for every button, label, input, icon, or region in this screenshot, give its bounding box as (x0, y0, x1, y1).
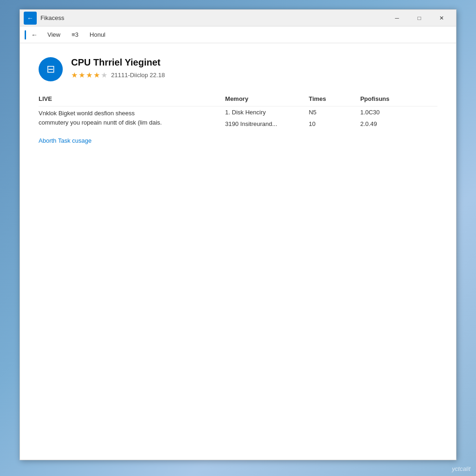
main-window: ← Fikacess ─ □ ✕ ← View ≡3 Honul ⊟ CPU T… (20, 9, 456, 460)
title-bar: ← Fikacess ─ □ ✕ (20, 10, 456, 26)
window-title: Fikacess (40, 14, 386, 21)
window-controls: ─ □ ✕ (386, 11, 452, 26)
title-bar-back-icon: ← (27, 14, 33, 22)
star-5-empty: ★ (101, 71, 107, 79)
table-row: Vnklok Bigket wonld desfion sheess commu… (39, 106, 437, 119)
minimize-button[interactable]: ─ (386, 11, 408, 26)
info-table: LIVE Memory Times Ppofisuns Vnklok Bigke… (39, 93, 437, 130)
menu-item-view[interactable]: View (43, 29, 65, 40)
app-version: 21111-Diiclop 22.18 (111, 72, 165, 79)
col-header-profisuns: Ppofisuns (360, 93, 437, 106)
menu-item-honul[interactable]: Honul (85, 29, 110, 40)
app-icon: ⊟ (39, 57, 63, 81)
menu-bar-indicator (25, 30, 26, 40)
watermark: yctcalit (452, 465, 470, 472)
app-header: ⊟ CPU Thrriel Yieginet ★ ★ ★ ★ ★ 21111-D… (39, 57, 437, 81)
col-header-memory: Memory (225, 93, 309, 106)
maximize-button[interactable]: □ (409, 11, 430, 26)
description-line1: Vnklok Bigket wonld desfion sheess (39, 109, 221, 118)
description-cell: Vnklok Bigket wonld desfion sheess commu… (39, 106, 225, 130)
task-link[interactable]: Aborth Task cusage (39, 137, 92, 144)
close-button[interactable]: ✕ (431, 11, 452, 26)
star-3: ★ (86, 71, 93, 79)
app-rating: ★ ★ ★ ★ ★ 21111-Diiclop 22.18 (71, 71, 437, 79)
info-section: LIVE Memory Times Ppofisuns Vnklok Bigke… (39, 93, 437, 145)
app-info: CPU Thrriel Yieginet ★ ★ ★ ★ ★ 21111-Dii… (71, 57, 437, 79)
description-line2: commutery you ropeain nuntt of disk (lim… (39, 118, 221, 127)
row1-times: 1.0C30 (360, 106, 437, 119)
row2-memory: 10 (309, 118, 360, 130)
col-header-live: LIVE (39, 93, 225, 106)
row1-name: 1. Disk Henciry (225, 106, 309, 119)
col-header-times: Times (309, 93, 360, 106)
title-bar-back-button[interactable]: ← (24, 12, 37, 25)
row2-times: 2.0.49 (360, 118, 437, 130)
menu-item-list[interactable]: ≡3 (67, 29, 83, 40)
menu-bar: ← View ≡3 Honul (20, 26, 456, 43)
menu-back-button[interactable]: ← (28, 28, 41, 41)
content-area: ⊟ CPU Thrriel Yieginet ★ ★ ★ ★ ★ 21111-D… (20, 43, 456, 460)
star-4-half: ★ (93, 71, 100, 79)
row1-memory: N5 (309, 106, 360, 119)
menu-back-icon: ← (31, 31, 38, 39)
app-name: CPU Thrriel Yieginet (71, 57, 437, 68)
star-2: ★ (79, 71, 85, 79)
row2-name: 3190 Insitreurand... (225, 118, 309, 130)
app-icon-symbol: ⊟ (46, 63, 55, 75)
star-rating: ★ ★ ★ ★ ★ (71, 71, 107, 79)
star-1: ★ (71, 71, 78, 79)
